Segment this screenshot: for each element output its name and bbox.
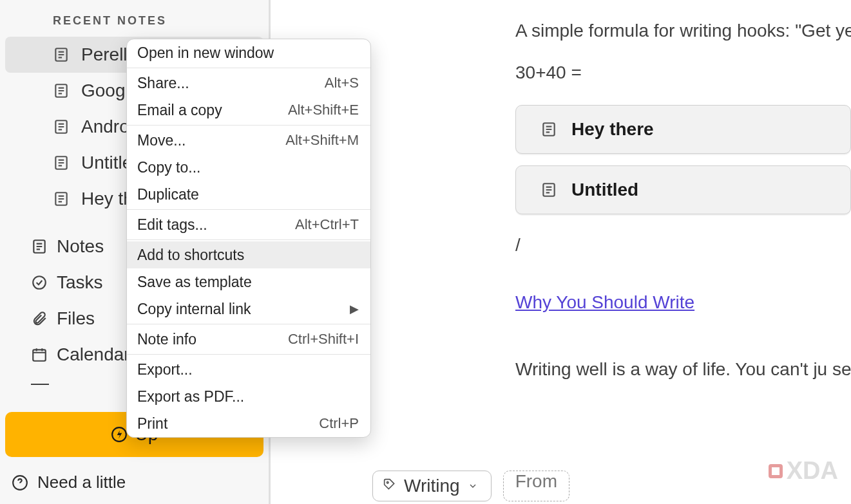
linked-note-card[interactable]: Untitled [515,165,851,214]
menu-export-pdf[interactable]: Export as PDF... [127,383,370,410]
help-label: Need a little [37,472,126,492]
menu-label: Print [137,415,167,433]
tag-icon [383,478,396,494]
menu-save-as-template[interactable]: Save as template [127,268,370,295]
linked-note-card[interactable]: Hey there [515,105,851,154]
tag-bar: Writing From [372,468,569,504]
menu-shortcut: Alt+Ctrl+T [295,216,359,233]
bolt-icon [111,426,128,443]
note-slash: / [515,232,851,259]
nav-label: Notes [57,236,104,257]
watermark-square-icon [769,464,783,478]
menu-note-info[interactable]: Note info Ctrl+Shift+I [127,326,370,353]
tag-input-placeholder: From [515,471,557,491]
note-icon [53,118,70,135]
menu-duplicate[interactable]: Duplicate [127,181,370,208]
menu-email-copy[interactable]: Email a copy Alt+Shift+E [127,97,370,124]
menu-divider [127,68,370,68]
nav-label: Files [57,308,95,329]
menu-open-new-window[interactable]: Open in new window [127,39,370,66]
recent-notes-heading: RECENT NOTES [0,0,269,37]
note-calc-line: 30+40 = [515,60,851,86]
help-link[interactable]: Need a little [0,461,269,504]
menu-label: Email a copy [137,102,222,119]
tag-input[interactable]: From [503,471,569,501]
help-circle-icon [12,474,28,491]
note-paragraph: A simple formula for writing hooks: "Get… [515,18,851,44]
chevron-down-icon [468,481,478,491]
menu-copy-to[interactable]: Copy to... [127,154,370,181]
menu-label: Add to shortcuts [137,247,244,264]
menu-divider [127,209,370,210]
menu-label: Edit tags... [137,216,207,234]
note-icon [540,121,557,138]
menu-label: Save as template [137,274,252,291]
menu-label: Move... [137,132,186,149]
menu-label: Copy internal link [137,301,251,318]
svg-point-6 [33,276,46,289]
menu-shortcut: Alt+Shift+E [288,102,359,118]
submenu-arrow-icon: ▶ [350,302,359,316]
note-icon [31,238,48,255]
menu-shortcut: Ctrl+Shift+I [288,331,359,348]
calendar-icon [31,346,48,363]
note-icon [53,191,70,207]
menu-label: Export... [137,361,193,378]
menu-label: Export as PDF... [137,388,244,406]
nav-label: Tasks [57,272,103,293]
menu-export[interactable]: Export... [127,356,370,383]
menu-edit-tags[interactable]: Edit tags... Alt+Ctrl+T [127,211,370,238]
note-paragraph: Writing well is a way of life. You can't… [515,357,851,383]
menu-shortcut: Ctrl+P [319,415,359,432]
menu-label: Duplicate [137,186,199,203]
linked-note-label: Hey there [571,117,654,143]
note-context-menu: Open in new window Share... Alt+S Email … [126,39,371,438]
menu-label: Open in new window [137,44,274,62]
note-icon [53,154,70,171]
menu-divider [127,239,370,240]
note-icon [53,46,70,63]
menu-divider [127,354,370,355]
recent-note-label: Perell [81,44,128,65]
nav-label: Calendar [57,344,130,365]
menu-copy-internal-link[interactable]: Copy internal link ▶ [127,295,370,322]
menu-share[interactable]: Share... Alt+S [127,70,370,97]
menu-move[interactable]: Move... Alt+Shift+M [127,127,370,154]
paperclip-icon [31,310,48,327]
note-icon [540,182,557,198]
menu-label: Copy to... [137,159,200,176]
menu-print[interactable]: Print Ctrl+P [127,410,370,437]
svg-point-12 [387,481,388,483]
check-circle-icon [31,274,48,291]
menu-divider [127,125,370,126]
note-hyperlink[interactable]: Why You Should Write [515,292,694,312]
linked-note-label: Untitled [571,177,638,203]
menu-shortcut: Alt+Shift+M [285,132,359,149]
watermark: XDA [769,457,838,485]
menu-add-to-shortcuts[interactable]: Add to shortcuts [127,241,370,268]
tag-label: Writing [404,476,460,496]
watermark-text: XDA [787,457,838,485]
menu-divider [127,324,370,324]
tag-chip-writing[interactable]: Writing [372,471,492,501]
menu-label: Note info [137,331,196,348]
note-icon [53,82,70,99]
menu-shortcut: Alt+S [325,75,359,91]
svg-rect-7 [33,350,46,360]
menu-label: Share... [137,75,189,92]
